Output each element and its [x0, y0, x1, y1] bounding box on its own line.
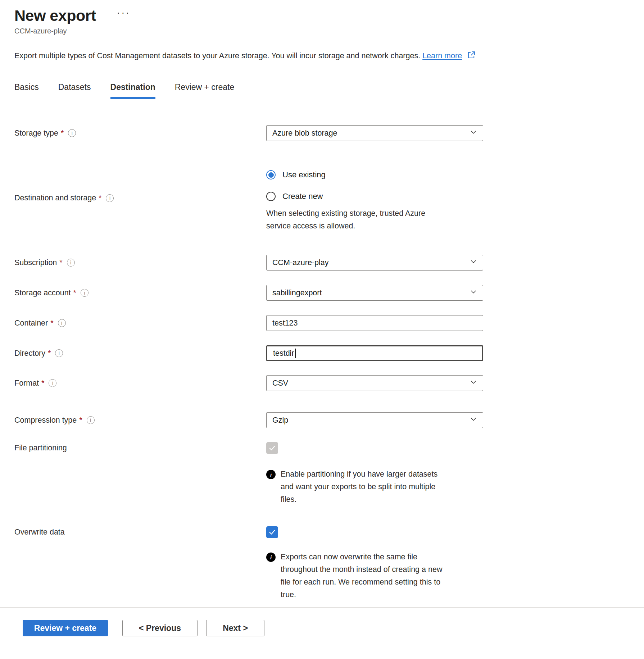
file-partitioning-label-group: File partitioning — [14, 444, 266, 453]
radio-use-existing-label: Use existing — [282, 170, 326, 179]
radio-use-existing[interactable]: Use existing — [266, 168, 486, 182]
required-asterisk: * — [48, 349, 51, 358]
container-input[interactable]: test123 — [266, 315, 483, 331]
subscription-select[interactable]: CCM-azure-play — [266, 255, 483, 271]
storage-type-label-group: Storage type * i — [14, 129, 266, 138]
wizard-tabs: Basics Datasets Destination Review + cre… — [14, 82, 644, 99]
destination-storage-label: Destination and storage — [14, 194, 96, 203]
info-icon[interactable]: i — [55, 349, 63, 357]
container-label: Container — [14, 319, 48, 328]
description-text: Export multiple types of Cost Management… — [14, 51, 420, 60]
radio-selected-icon — [266, 170, 276, 179]
storage-account-row: Storage account * i sabillingexport — [14, 285, 644, 301]
destination-storage-label-group: Destination and storage * i — [14, 168, 266, 203]
required-asterisk: * — [73, 288, 76, 297]
subscription-label: Subscription — [14, 258, 57, 267]
format-label-group: Format * i — [14, 379, 266, 388]
more-menu-icon[interactable]: ··· — [117, 7, 131, 18]
info-icon[interactable]: i — [81, 289, 89, 297]
text-cursor — [295, 349, 296, 358]
tab-datasets[interactable]: Datasets — [58, 82, 91, 99]
tab-destination[interactable]: Destination — [110, 82, 155, 99]
directory-input[interactable]: testdir — [266, 345, 483, 361]
required-asterisk: * — [99, 194, 101, 203]
overwrite-note-text: Exports can now overwrite the same file … — [281, 551, 450, 601]
overwrite-note: i Exports can now overwrite the same fil… — [266, 551, 486, 601]
format-label: Format — [14, 379, 39, 388]
directory-label-group: Directory * i — [14, 349, 266, 358]
info-filled-icon: i — [266, 470, 276, 479]
directory-row: Directory * i testdir — [14, 345, 644, 361]
compression-type-value: Gzip — [272, 416, 469, 425]
directory-value: testdir — [273, 349, 294, 358]
overwrite-data-label: Overwrite data — [14, 528, 65, 537]
info-icon[interactable]: i — [68, 129, 76, 137]
compression-type-label-group: Compression type * i — [14, 416, 266, 425]
directory-label: Directory — [14, 349, 45, 358]
tab-basics[interactable]: Basics — [14, 82, 39, 99]
compression-type-select[interactable]: Gzip — [266, 412, 483, 428]
file-partitioning-note-text: Enable partitioning if you have larger d… — [281, 468, 450, 506]
radio-create-new[interactable]: Create new — [266, 189, 486, 204]
storage-type-row: Storage type * i Azure blob storage — [14, 125, 644, 141]
subscription-value: CCM-azure-play — [272, 258, 469, 267]
learn-more-link[interactable]: Learn more — [422, 51, 462, 60]
required-asterisk: * — [79, 416, 82, 425]
footer-actions: Review + create < Previous Next > — [0, 608, 644, 636]
file-partitioning-note: i Enable partitioning if you have larger… — [266, 468, 486, 506]
storage-account-select[interactable]: sabillingexport — [266, 285, 483, 301]
required-asterisk: * — [41, 379, 44, 388]
page-title: New export — [14, 6, 96, 24]
previous-button[interactable]: < Previous — [122, 620, 198, 636]
storage-type-label: Storage type — [14, 129, 58, 138]
review-create-button[interactable]: Review + create — [23, 620, 108, 636]
chevron-down-icon — [469, 287, 478, 298]
subscription-label-group: Subscription * i — [14, 258, 266, 267]
overwrite-note-row: i Exports can now overwrite the same fil… — [14, 551, 644, 601]
compression-type-label: Compression type — [14, 416, 77, 425]
info-icon[interactable]: i — [58, 319, 66, 327]
chevron-down-icon — [469, 378, 478, 388]
required-asterisk: * — [50, 319, 53, 328]
radio-unselected-icon — [266, 192, 276, 201]
info-icon[interactable]: i — [49, 379, 56, 387]
page-header: New export ··· CCM-azure-play — [0, 0, 644, 35]
checkmark-icon — [268, 444, 276, 452]
destination-form: Storage type * i Azure blob storage Dest… — [14, 125, 644, 601]
tab-review-create[interactable]: Review + create — [175, 82, 235, 99]
overwrite-data-label-group: Overwrite data — [14, 528, 266, 537]
page-description: Export multiple types of Cost Management… — [14, 50, 644, 62]
next-button[interactable]: Next > — [206, 620, 264, 636]
format-select[interactable]: CSV — [266, 375, 483, 391]
radio-create-new-label: Create new — [282, 192, 323, 201]
file-partitioning-note-row: i Enable partitioning if you have larger… — [14, 468, 644, 506]
info-icon[interactable]: i — [87, 416, 95, 424]
storage-type-select[interactable]: Azure blob storage — [266, 125, 483, 141]
format-value: CSV — [272, 379, 469, 388]
storage-type-value: Azure blob storage — [272, 129, 469, 138]
storage-account-label: Storage account — [14, 288, 71, 297]
container-label-group: Container * i — [14, 319, 266, 328]
chevron-down-icon — [469, 415, 478, 426]
container-value: test123 — [272, 319, 478, 328]
storage-account-value: sabillingexport — [272, 288, 469, 297]
overwrite-data-checkbox[interactable] — [266, 526, 278, 538]
destination-storage-row: Destination and storage * i Use existing… — [14, 168, 644, 232]
container-row: Container * i test123 — [14, 315, 644, 331]
destination-storage-options: Use existing Create new When selecting e… — [266, 168, 486, 232]
info-icon[interactable]: i — [67, 259, 75, 267]
checkmark-icon — [268, 528, 276, 536]
chevron-down-icon — [469, 128, 478, 138]
storage-account-label-group: Storage account * i — [14, 288, 266, 297]
external-link-icon — [467, 50, 476, 62]
required-asterisk: * — [59, 258, 62, 267]
compression-type-row: Compression type * i Gzip — [14, 412, 644, 428]
required-asterisk: * — [61, 129, 64, 138]
subscription-subtitle: CCM-azure-play — [14, 27, 644, 35]
file-partitioning-row: File partitioning — [14, 442, 644, 454]
subscription-row: Subscription * i CCM-azure-play — [14, 255, 644, 271]
file-partitioning-label: File partitioning — [14, 444, 67, 453]
destination-storage-helper: When selecting existing storage, trusted… — [266, 207, 435, 232]
info-icon[interactable]: i — [106, 194, 114, 202]
chevron-down-icon — [469, 257, 478, 268]
